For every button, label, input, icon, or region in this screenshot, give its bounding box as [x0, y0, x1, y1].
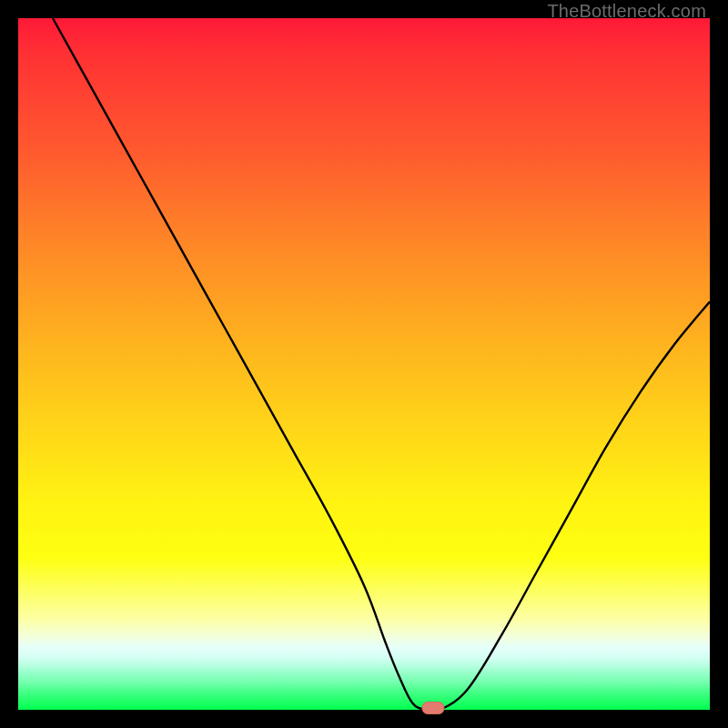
optimum-marker: [422, 703, 444, 714]
bottleneck-curve: [53, 18, 710, 712]
chart-overlay: [18, 18, 710, 710]
chart-container: TheBottleneck.com: [0, 0, 728, 728]
